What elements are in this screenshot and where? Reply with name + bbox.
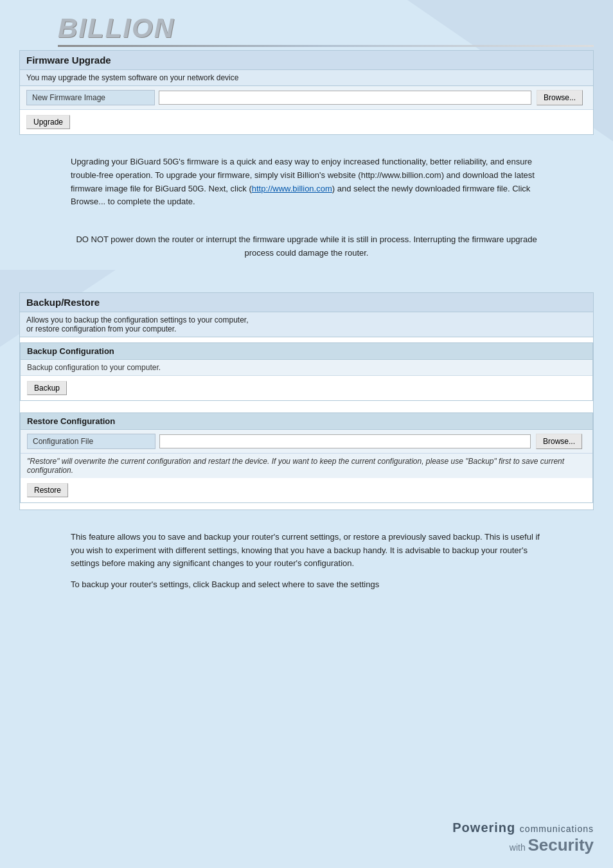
upgrade-button-row: Upgrade <box>20 110 593 134</box>
backup-subtitle-bar: Allows you to backup the configuration s… <box>20 312 593 337</box>
firmware-warning-text: DO NOT power down the router or interrup… <box>71 233 542 260</box>
firmware-desc-p1: Upgrading your BiGuard 50G's firmware is… <box>71 155 555 209</box>
config-file-input[interactable] <box>159 434 531 448</box>
backup-button[interactable]: Backup <box>27 381 67 395</box>
billion-link[interactable]: http://www.billion.com <box>252 184 332 193</box>
restore-note: "Restore" will overwrite the current con… <box>21 454 592 478</box>
firmware-input-area: Browse... <box>155 90 587 105</box>
firmware-subtitle: You may upgrade the system software on y… <box>26 73 238 82</box>
logo-underline <box>58 45 594 47</box>
logo-text: BILLION <box>58 13 594 44</box>
config-browse-button[interactable]: Browse... <box>536 434 582 449</box>
restore-config-title: Restore Configuration <box>27 416 115 426</box>
backup-button-row: Backup <box>21 376 592 400</box>
firmware-subtitle-bar: You may upgrade the system software on y… <box>20 70 593 86</box>
upgrade-button[interactable]: Upgrade <box>26 115 70 129</box>
new-firmware-row: New Firmware Image Browse... <box>20 86 593 110</box>
restore-config-title-bar: Restore Configuration <box>21 413 592 430</box>
bottom-branding: Powering communications with Security <box>452 820 594 855</box>
browse-inline-ref: Browse... <box>71 197 108 206</box>
firmware-upgrade-panel: Firmware Upgrade You may upgrade the sys… <box>19 50 594 135</box>
firmware-warning-area: DO NOT power down the router or interrup… <box>19 227 594 267</box>
brand-security-text: Security <box>528 835 594 855</box>
restore-button-row: Restore <box>21 478 592 502</box>
brand-powering-line: Powering communications <box>452 820 594 835</box>
brand-powering-text: Powering communications <box>452 820 594 835</box>
backup-subtitle-line1: Allows you to backup the configuration s… <box>26 315 587 324</box>
restore-button[interactable]: Restore <box>27 483 68 497</box>
config-file-label: Configuration File <box>27 434 155 449</box>
new-firmware-label: New Firmware Image <box>26 90 155 105</box>
backup-restore-panel: Backup/Restore Allows you to backup the … <box>19 292 594 510</box>
backup-config-title-bar: Backup Configuration <box>21 343 592 360</box>
backup-description-area: This feature allows you to save and back… <box>19 520 594 610</box>
backup-config-title: Backup Configuration <box>27 346 114 356</box>
backup-title: Backup/Restore <box>26 297 100 308</box>
firmware-title-bar: Firmware Upgrade <box>20 51 593 70</box>
backup-inline-ref: Backup <box>211 580 242 589</box>
brand-security-line: with Security <box>452 835 594 855</box>
backup-desc-p1: This feature allows you to save and back… <box>71 531 555 571</box>
restore-config-section: Restore Configuration Configuration File… <box>20 412 593 503</box>
firmware-title: Firmware Upgrade <box>26 55 111 66</box>
backup-config-desc: Backup configuration to your computer. <box>21 360 592 376</box>
firmware-description-area: Upgrading your BiGuard 50G's firmware is… <box>19 145 594 227</box>
backup-desc-p2: To backup your router's settings, click … <box>71 578 555 592</box>
config-input-area: Browse... <box>155 434 586 449</box>
backup-config-section: Backup Configuration Backup configuratio… <box>20 342 593 401</box>
firmware-file-input[interactable] <box>159 91 531 105</box>
backup-subtitle-line2: or restore configuration from your compu… <box>26 324 587 333</box>
logo-area: BILLION <box>58 6 594 50</box>
firmware-browse-button[interactable]: Browse... <box>537 90 583 105</box>
config-file-row: Configuration File Browse... <box>21 430 592 454</box>
backup-title-bar: Backup/Restore <box>20 293 593 312</box>
